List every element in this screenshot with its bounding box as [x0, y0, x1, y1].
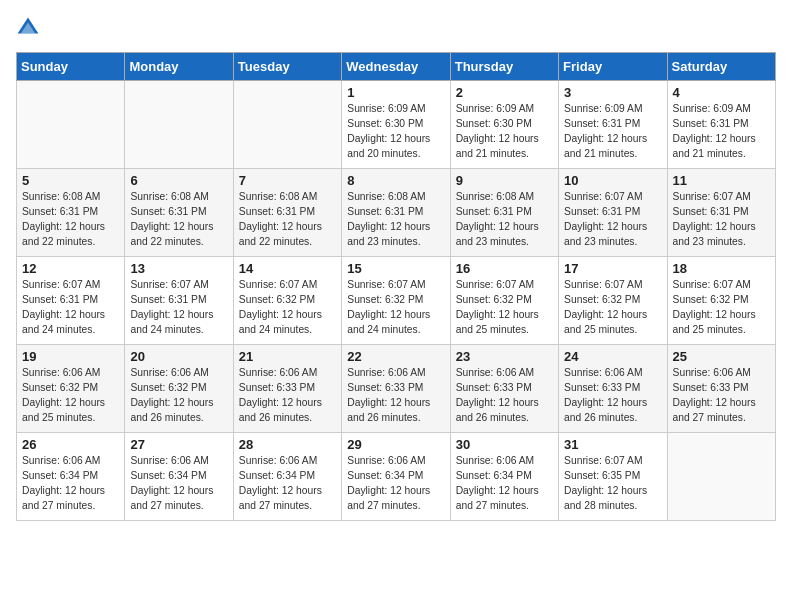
weekday-header: Friday [559, 53, 667, 81]
day-number: 28 [239, 437, 337, 452]
weekday-header: Thursday [450, 53, 558, 81]
calendar-cell: 14Sunrise: 6:07 AMSunset: 6:32 PMDayligh… [233, 257, 341, 345]
day-number: 4 [673, 85, 771, 100]
day-number: 15 [347, 261, 445, 276]
day-number: 21 [239, 349, 337, 364]
day-number: 18 [673, 261, 771, 276]
calendar-cell: 20Sunrise: 6:06 AMSunset: 6:32 PMDayligh… [125, 345, 233, 433]
day-number: 31 [564, 437, 662, 452]
calendar-cell: 17Sunrise: 6:07 AMSunset: 6:32 PMDayligh… [559, 257, 667, 345]
day-info: Sunrise: 6:07 AMSunset: 6:32 PMDaylight:… [673, 278, 771, 338]
day-info: Sunrise: 6:06 AMSunset: 6:33 PMDaylight:… [456, 366, 554, 426]
day-number: 17 [564, 261, 662, 276]
day-number: 12 [22, 261, 120, 276]
calendar-cell: 6Sunrise: 6:08 AMSunset: 6:31 PMDaylight… [125, 169, 233, 257]
day-info: Sunrise: 6:06 AMSunset: 6:33 PMDaylight:… [239, 366, 337, 426]
day-info: Sunrise: 6:07 AMSunset: 6:32 PMDaylight:… [347, 278, 445, 338]
calendar-cell: 7Sunrise: 6:08 AMSunset: 6:31 PMDaylight… [233, 169, 341, 257]
calendar-cell: 4Sunrise: 6:09 AMSunset: 6:31 PMDaylight… [667, 81, 775, 169]
calendar-cell: 15Sunrise: 6:07 AMSunset: 6:32 PMDayligh… [342, 257, 450, 345]
logo-icon [16, 16, 40, 40]
day-number: 14 [239, 261, 337, 276]
calendar-cell: 25Sunrise: 6:06 AMSunset: 6:33 PMDayligh… [667, 345, 775, 433]
day-info: Sunrise: 6:06 AMSunset: 6:34 PMDaylight:… [22, 454, 120, 514]
day-number: 13 [130, 261, 228, 276]
calendar-cell: 8Sunrise: 6:08 AMSunset: 6:31 PMDaylight… [342, 169, 450, 257]
calendar-cell: 22Sunrise: 6:06 AMSunset: 6:33 PMDayligh… [342, 345, 450, 433]
day-info: Sunrise: 6:06 AMSunset: 6:33 PMDaylight:… [673, 366, 771, 426]
calendar-week-row: 1Sunrise: 6:09 AMSunset: 6:30 PMDaylight… [17, 81, 776, 169]
calendar-cell: 10Sunrise: 6:07 AMSunset: 6:31 PMDayligh… [559, 169, 667, 257]
day-number: 20 [130, 349, 228, 364]
calendar-week-row: 26Sunrise: 6:06 AMSunset: 6:34 PMDayligh… [17, 433, 776, 521]
calendar-cell: 21Sunrise: 6:06 AMSunset: 6:33 PMDayligh… [233, 345, 341, 433]
calendar-cell: 3Sunrise: 6:09 AMSunset: 6:31 PMDaylight… [559, 81, 667, 169]
day-number: 1 [347, 85, 445, 100]
day-info: Sunrise: 6:06 AMSunset: 6:34 PMDaylight:… [239, 454, 337, 514]
calendar-cell: 18Sunrise: 6:07 AMSunset: 6:32 PMDayligh… [667, 257, 775, 345]
header [16, 16, 776, 40]
day-info: Sunrise: 6:06 AMSunset: 6:34 PMDaylight:… [130, 454, 228, 514]
day-info: Sunrise: 6:07 AMSunset: 6:31 PMDaylight:… [22, 278, 120, 338]
day-info: Sunrise: 6:07 AMSunset: 6:31 PMDaylight:… [130, 278, 228, 338]
day-info: Sunrise: 6:07 AMSunset: 6:35 PMDaylight:… [564, 454, 662, 514]
day-number: 25 [673, 349, 771, 364]
day-info: Sunrise: 6:07 AMSunset: 6:32 PMDaylight:… [564, 278, 662, 338]
day-info: Sunrise: 6:08 AMSunset: 6:31 PMDaylight:… [22, 190, 120, 250]
day-number: 9 [456, 173, 554, 188]
calendar-cell: 29Sunrise: 6:06 AMSunset: 6:34 PMDayligh… [342, 433, 450, 521]
calendar-cell: 31Sunrise: 6:07 AMSunset: 6:35 PMDayligh… [559, 433, 667, 521]
calendar-cell: 24Sunrise: 6:06 AMSunset: 6:33 PMDayligh… [559, 345, 667, 433]
day-info: Sunrise: 6:07 AMSunset: 6:32 PMDaylight:… [239, 278, 337, 338]
day-number: 24 [564, 349, 662, 364]
day-number: 29 [347, 437, 445, 452]
calendar-week-row: 12Sunrise: 6:07 AMSunset: 6:31 PMDayligh… [17, 257, 776, 345]
day-number: 11 [673, 173, 771, 188]
calendar-cell: 16Sunrise: 6:07 AMSunset: 6:32 PMDayligh… [450, 257, 558, 345]
calendar-cell: 1Sunrise: 6:09 AMSunset: 6:30 PMDaylight… [342, 81, 450, 169]
day-info: Sunrise: 6:06 AMSunset: 6:33 PMDaylight:… [347, 366, 445, 426]
calendar-cell: 27Sunrise: 6:06 AMSunset: 6:34 PMDayligh… [125, 433, 233, 521]
day-number: 19 [22, 349, 120, 364]
calendar-week-row: 5Sunrise: 6:08 AMSunset: 6:31 PMDaylight… [17, 169, 776, 257]
day-info: Sunrise: 6:08 AMSunset: 6:31 PMDaylight:… [130, 190, 228, 250]
day-number: 10 [564, 173, 662, 188]
day-number: 22 [347, 349, 445, 364]
day-number: 6 [130, 173, 228, 188]
weekday-header: Tuesday [233, 53, 341, 81]
weekday-header: Sunday [17, 53, 125, 81]
day-info: Sunrise: 6:09 AMSunset: 6:30 PMDaylight:… [456, 102, 554, 162]
day-info: Sunrise: 6:09 AMSunset: 6:31 PMDaylight:… [673, 102, 771, 162]
day-number: 23 [456, 349, 554, 364]
logo [16, 16, 44, 40]
day-info: Sunrise: 6:08 AMSunset: 6:31 PMDaylight:… [347, 190, 445, 250]
day-info: Sunrise: 6:06 AMSunset: 6:34 PMDaylight:… [456, 454, 554, 514]
calendar-cell: 12Sunrise: 6:07 AMSunset: 6:31 PMDayligh… [17, 257, 125, 345]
calendar-cell: 11Sunrise: 6:07 AMSunset: 6:31 PMDayligh… [667, 169, 775, 257]
day-info: Sunrise: 6:06 AMSunset: 6:32 PMDaylight:… [22, 366, 120, 426]
day-info: Sunrise: 6:07 AMSunset: 6:31 PMDaylight:… [564, 190, 662, 250]
calendar-cell [17, 81, 125, 169]
calendar-table: SundayMondayTuesdayWednesdayThursdayFrid… [16, 52, 776, 521]
day-number: 2 [456, 85, 554, 100]
calendar-cell: 30Sunrise: 6:06 AMSunset: 6:34 PMDayligh… [450, 433, 558, 521]
day-info: Sunrise: 6:08 AMSunset: 6:31 PMDaylight:… [456, 190, 554, 250]
day-number: 30 [456, 437, 554, 452]
calendar-cell: 28Sunrise: 6:06 AMSunset: 6:34 PMDayligh… [233, 433, 341, 521]
day-info: Sunrise: 6:08 AMSunset: 6:31 PMDaylight:… [239, 190, 337, 250]
day-number: 27 [130, 437, 228, 452]
day-number: 8 [347, 173, 445, 188]
calendar-cell: 13Sunrise: 6:07 AMSunset: 6:31 PMDayligh… [125, 257, 233, 345]
calendar-cell: 5Sunrise: 6:08 AMSunset: 6:31 PMDaylight… [17, 169, 125, 257]
day-info: Sunrise: 6:07 AMSunset: 6:32 PMDaylight:… [456, 278, 554, 338]
calendar-cell: 23Sunrise: 6:06 AMSunset: 6:33 PMDayligh… [450, 345, 558, 433]
day-number: 3 [564, 85, 662, 100]
calendar-cell: 26Sunrise: 6:06 AMSunset: 6:34 PMDayligh… [17, 433, 125, 521]
calendar-cell [125, 81, 233, 169]
day-info: Sunrise: 6:09 AMSunset: 6:31 PMDaylight:… [564, 102, 662, 162]
calendar-cell [667, 433, 775, 521]
weekday-header: Saturday [667, 53, 775, 81]
weekday-header: Monday [125, 53, 233, 81]
day-info: Sunrise: 6:07 AMSunset: 6:31 PMDaylight:… [673, 190, 771, 250]
day-number: 5 [22, 173, 120, 188]
